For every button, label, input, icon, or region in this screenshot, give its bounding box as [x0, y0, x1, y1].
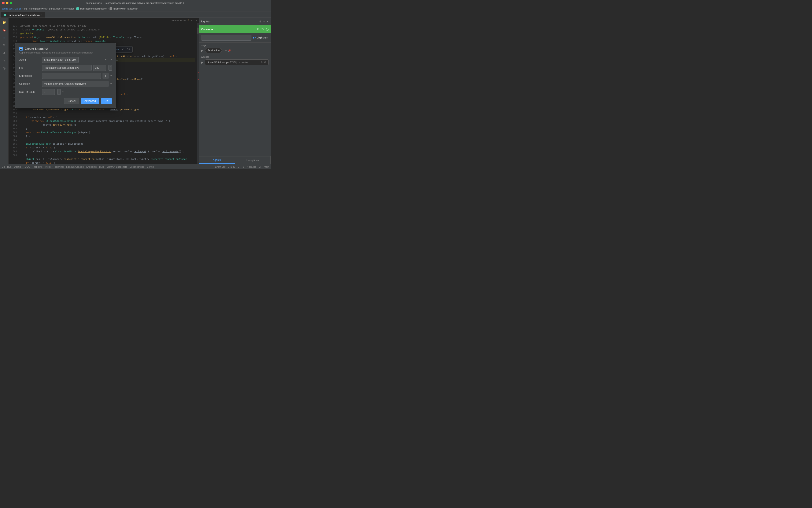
status-todo[interactable]: TODO — [24, 166, 30, 168]
sidebar: 📁 🔖 ≡ ⟳ J ⑂ ◎ — [0, 18, 8, 164]
status-right: Event Log 342:23 UTF-8 4 spaces LF main — [215, 166, 269, 168]
sidebar-icon-git[interactable]: ⑂ — [1, 57, 7, 64]
expression-input[interactable] — [42, 73, 101, 79]
status-problems[interactable]: Problems — [33, 166, 42, 168]
sidebar-icon-pull-requests[interactable]: ⟳ — [1, 42, 7, 48]
status-dependencies[interactable]: Dependencies — [130, 166, 145, 168]
condition-label: Condition — [19, 82, 40, 85]
max-hit-count-spinner[interactable]: ▲ ▼ — [57, 89, 61, 95]
status-lightrun-snapshots[interactable]: Lightrun Snapshots — [107, 166, 127, 168]
sidebar-icon-bookmarks[interactable]: 🔖 — [1, 27, 7, 33]
refresh-icon[interactable]: ↻ — [261, 28, 264, 31]
close-button[interactable] — [2, 2, 5, 4]
status-event-log[interactable]: Event Log — [215, 166, 226, 168]
cancel-button[interactable]: Cancel — [64, 98, 79, 104]
sidebar-icon-project[interactable]: 📁 — [1, 19, 7, 26]
connected-label: Connected — [201, 28, 214, 31]
spinner-up-icon[interactable]: ▲ — [109, 65, 112, 68]
create-snapshot-modal: 📷 Create Snapshot Captures all the local… — [15, 43, 116, 108]
tab-bar: TransactionAspectSupport.java ✕ — [0, 11, 271, 18]
status-endpoints[interactable]: Endpoints — [86, 166, 97, 168]
connected-icons: 👁 ↻ ⏻ — [257, 28, 269, 31]
expression-label: Expression — [19, 74, 40, 77]
status-position: 342:23 — [228, 166, 235, 168]
add-expression-button[interactable]: + — [103, 73, 109, 79]
condition-help-icon[interactable]: ? — [110, 82, 112, 86]
chevron-down-icon: ▼ — [105, 59, 107, 61]
status-terminal[interactable]: Terminal — [55, 166, 64, 168]
power-icon[interactable]: ⏻ — [266, 28, 269, 31]
status-git[interactable]: Git — [2, 166, 5, 168]
bc-jar[interactable]: spring-tx-5.3.10.jar — [2, 7, 21, 10]
condition-input[interactable] — [42, 81, 109, 87]
max-hit-count-help-icon[interactable]: ? — [63, 90, 64, 94]
minimize-panel-icon[interactable]: − — [263, 20, 265, 23]
agent-icons: ℹ 👁 ⚙ — [258, 61, 266, 64]
agents-title: Agents — [201, 55, 269, 58]
lightrun-search-input[interactable] — [201, 35, 251, 41]
spinner-up-icon[interactable]: ▲ — [57, 89, 61, 92]
status-build[interactable]: Build — [99, 166, 104, 168]
tab-agents[interactable]: Agents — [199, 157, 235, 164]
status-spaces[interactable]: 4 spaces — [247, 166, 256, 168]
modal-subtitle: Captures all the local variables and exp… — [19, 51, 112, 54]
agent-eye-icon[interactable]: 👁 — [260, 61, 263, 64]
agent-select[interactable]: Shais-MBP-2.lan (pid 57169) — [42, 57, 79, 63]
tab-label: TransactionAspectSupport.java — [7, 14, 40, 16]
status-profiler[interactable]: Profiler — [45, 166, 52, 168]
condition-row: Condition ? — [19, 81, 112, 87]
agent-row: Agent Shais-MBP-2.lan (pid 57169) ▼ ? — [19, 57, 112, 63]
status-encoding[interactable]: UTF-8 — [238, 166, 244, 168]
agents-expand-row: ▶ Shais-MBP-2.lan (pid 57169) production… — [201, 59, 269, 65]
line-input[interactable] — [93, 65, 106, 71]
status-lf[interactable]: LF — [258, 166, 261, 168]
file-label: File — [19, 67, 40, 69]
sidebar-icon-jpa[interactable]: J — [1, 50, 7, 56]
status-main[interactable]: main — [264, 166, 269, 168]
tag-edit-icon[interactable]: ✏ — [225, 49, 227, 52]
agent-help-icon[interactable]: ? — [110, 58, 112, 61]
tab-exceptions[interactable]: Exceptions — [235, 157, 271, 164]
sidebar-icon-structure[interactable]: ≡ — [1, 35, 7, 41]
tags-title: Tags — [201, 44, 269, 47]
expression-help-icon[interactable]: ? — [110, 74, 112, 78]
window-controls[interactable] — [2, 2, 12, 4]
spinner-down-icon[interactable]: ▼ — [57, 92, 61, 95]
status-debug[interactable]: Debug — [14, 166, 21, 168]
spinner-down-icon[interactable]: ▼ — [109, 68, 112, 71]
camera-icon: 📷 — [19, 47, 23, 50]
connected-bar: Connected 👁 ↻ ⏻ — [199, 26, 271, 33]
status-lightrun-console[interactable]: Lightrun Console — [66, 166, 84, 168]
tag-pin-icon[interactable]: 📌 — [228, 49, 231, 52]
agent-info-icon[interactable]: ℹ — [258, 61, 259, 64]
tag-label: Production — [207, 49, 219, 52]
maximize-button[interactable] — [10, 2, 12, 4]
lightrun-title: Lightrun — [201, 20, 211, 23]
minimize-button[interactable] — [6, 2, 8, 4]
agent-settings-icon[interactable]: ⚙ — [264, 61, 266, 64]
agent-name: Shais-MBP-2.lan (pid 57169) — [207, 61, 237, 64]
ok-button[interactable]: OK — [101, 98, 112, 104]
lightrun-search-bar: ▸▸ Lightrun — [199, 33, 271, 42]
tab-close-icon[interactable]: ✕ — [41, 14, 42, 16]
line-spinner[interactable]: ▲ ▼ — [109, 65, 112, 71]
expression-row: Expression + ? — [19, 73, 112, 79]
settings-icon[interactable]: ⚙ — [259, 20, 261, 23]
tags-section: Tags ▶ Production ✏ 📌 — [199, 42, 271, 54]
status-spring[interactable]: Spring — [147, 166, 154, 168]
max-hit-count-label: Max Hit Count — [19, 90, 40, 93]
file-input[interactable] — [42, 65, 91, 71]
max-hit-count-input[interactable] — [42, 89, 55, 95]
advanced-button[interactable]: Advanced — [81, 98, 99, 104]
production-tag[interactable]: Production — [205, 48, 222, 53]
eye-icon[interactable]: 👁 — [257, 28, 260, 31]
tags-expand-icon[interactable]: ▶ — [201, 49, 203, 52]
close-panel-icon[interactable]: ✕ — [267, 20, 269, 23]
status-bar: Git Run Debug TODO Problems Profiler Ter… — [0, 164, 271, 169]
agents-expand-icon[interactable]: ▶ — [201, 61, 203, 64]
tab-transaction-aspect-support[interactable]: TransactionAspectSupport.java ✕ — [1, 12, 45, 17]
status-run[interactable]: Run — [7, 166, 11, 168]
window-title: spring-petclinic – TransactionAspectSupp… — [86, 2, 185, 4]
max-hit-count-row: Max Hit Count ▲ ▼ ? — [19, 89, 112, 95]
sidebar-icon-github[interactable]: ◎ — [1, 65, 7, 71]
